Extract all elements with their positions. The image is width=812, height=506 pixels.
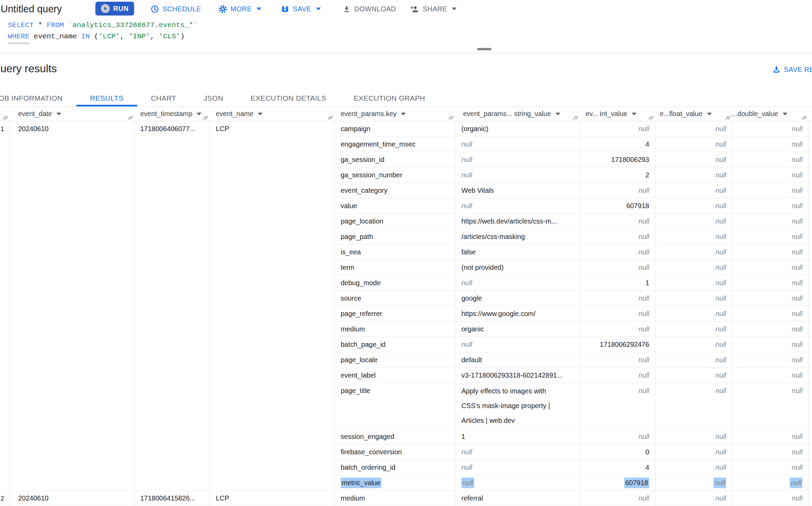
param-row: mediumreferralnullnullnull [334,491,812,506]
column-header-label: event_date [18,110,52,118]
cell-text: null [461,171,472,179]
column-header-label: e...float_value [660,110,703,118]
cell-float-value: null [655,137,732,152]
cell-double-value: null [732,260,808,275]
cell-float-value: null [655,121,732,136]
cell-text: null [716,248,726,256]
column-header-string_value[interactable]: event_params... string_value [455,107,579,121]
tab-execution-graph[interactable]: EXECUTION GRAPH [340,90,439,106]
cell-text: page_referrer [341,310,382,318]
highlighted-text: metric_value [341,478,381,488]
share-button[interactable]: SHARE [408,3,459,15]
sort-caret-icon[interactable] [56,113,61,115]
column-header-param_key[interactable]: event_params.key [334,107,455,121]
cell-text: 0 [645,448,649,456]
schedule-label: SCHEDULE [162,5,201,13]
cell-float-value: null [655,337,732,352]
column-header-row_num[interactable] [0,107,9,121]
chevron-down-icon [316,8,321,10]
column-header-double_value[interactable]: e...double_value [732,107,808,121]
cell-param-key: engagement_time_msec [334,137,455,152]
cell-text: null [716,371,726,379]
tab-execution-details[interactable]: EXECUTION DETAILS [237,90,340,106]
cell-double-value: null [732,183,808,198]
save-button[interactable]: SAVE [279,3,323,15]
cell-param-key: page_locale [334,352,455,367]
cell-int-value: null [579,291,655,306]
cell-float-value: null [655,352,732,367]
download-button[interactable]: DOWNLOAD [340,3,398,15]
more-button[interactable]: MORE [217,3,263,15]
cell-text: event_category [341,187,388,194]
column-resize-handle[interactable] [649,115,654,121]
column-resize-handle[interactable] [573,115,579,121]
sort-caret-icon[interactable] [258,113,263,115]
sort-caret-icon[interactable] [197,113,201,115]
sort-caret-icon[interactable] [783,113,787,115]
save-results-button[interactable]: SAVE RESULTS [770,65,812,74]
sql-line-1: SELECT * FROM `analytics_337268677.event… [8,20,198,31]
column-header-event_date[interactable]: event_date [9,107,134,121]
cell-text: page_path [341,233,373,241]
param-row: batch_ordering_idnull4nullnull [334,460,812,475]
cell-text: /articles/css-masking [461,233,525,241]
cell-float-value: null [655,475,732,490]
cell-double-value: null [732,444,808,459]
cell-double-value: null [732,291,808,306]
run-button[interactable]: RUN [95,2,134,15]
cell-text: null [716,171,726,179]
clock-icon [150,5,159,13]
schedule-button[interactable]: SCHEDULE [148,3,203,15]
cell-text: null [792,294,802,302]
column-resize-handle[interactable] [128,115,133,121]
param-row: page_locationhttps://web.dev/articles/cs… [334,214,812,229]
sort-caret-icon[interactable] [555,113,560,115]
cell-float-value: null [655,291,732,306]
column-header-label: event_timestamp [140,110,192,118]
cell-param-key: ga_session_id [334,152,455,167]
cell-double-value: null [732,475,808,490]
tab-results[interactable]: RESULTS [76,90,137,106]
column-header-int_value[interactable]: ev... int_value [579,107,655,121]
column-resize-handle[interactable] [725,115,731,121]
sort-caret-icon[interactable] [707,113,712,115]
column-header-event_name[interactable]: event_name [209,107,334,121]
cell-text: null [792,356,802,364]
query-toolbar: Untitled query RUN SCHEDULE MORE [0,0,812,19]
column-resize-handle[interactable] [203,115,209,121]
cell-float-value: null [655,460,732,475]
cell-string-value: 1 [455,429,579,444]
cell-text: Web Vitals [461,187,494,194]
cell-string-value: organic [455,321,579,337]
tab-chart[interactable]: CHART [137,90,190,106]
column-resize-handle[interactable] [802,115,808,121]
sql-editor[interactable]: SELECT * FROM `analytics_337268677.event… [8,20,198,42]
column-resize-handle[interactable] [448,115,454,121]
cell-double-value: null [732,306,808,321]
cell-text: firebase_conversion [341,448,402,456]
param-row: term(not provided)nullnullnull [334,260,812,275]
cell-float-value: null [655,260,732,275]
tab-job-information[interactable]: JOB INFORMATION [0,90,76,106]
sort-caret-icon[interactable] [401,113,406,115]
download-icon [342,5,351,13]
highlighted-text: null [790,478,802,488]
sql-token: `analytics_337268677.events_*` [68,21,197,29]
column-header-float_value[interactable]: e...float_value [655,107,732,121]
tab-json[interactable]: JSON [190,90,237,106]
cell-param-key: medium [334,321,455,337]
column-header-event_timestamp[interactable]: event_timestamp [134,107,209,121]
cell-text: null [716,325,726,333]
cell-text: null [716,341,726,349]
cell-text: null [792,341,802,349]
param-row: batch_page_idnull1718006292476nullnull [334,337,812,352]
cell-int-value: null [579,260,655,275]
download-label: DOWNLOAD [354,5,396,13]
sql-token: FROM [47,21,64,29]
sort-caret-icon[interactable] [632,113,637,115]
cell-double-value: null [732,337,808,352]
column-resize-handle[interactable] [328,115,333,121]
cell-text: null [716,383,726,399]
column-resize-handle[interactable] [3,115,9,121]
pane-resize-handle[interactable] [477,48,492,50]
